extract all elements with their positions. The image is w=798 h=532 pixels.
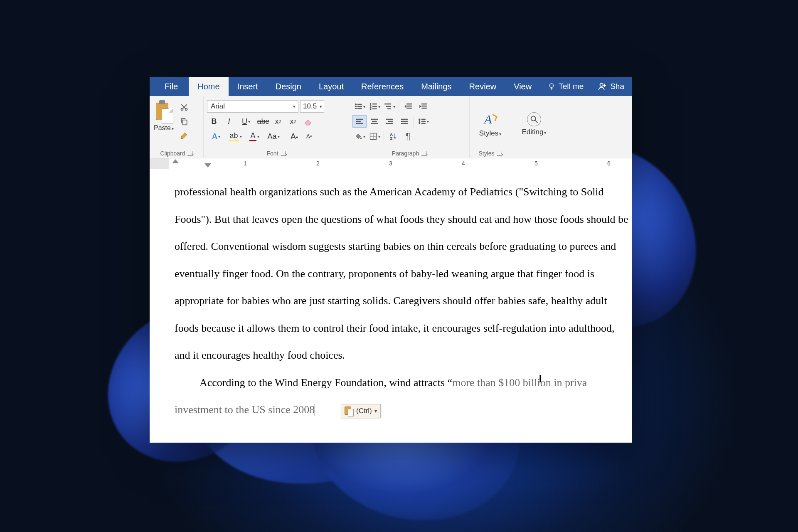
- show-hide-button[interactable]: ¶: [401, 130, 415, 143]
- svg-rect-40: [421, 123, 425, 124]
- underline-button[interactable]: U: [237, 115, 255, 128]
- multilevel-list-button[interactable]: [382, 100, 397, 113]
- find-icon: [527, 112, 541, 126]
- font-color-button[interactable]: A: [245, 130, 264, 143]
- svg-rect-25: [422, 108, 427, 108]
- text-effects-button[interactable]: A: [207, 130, 225, 143]
- format-painter-button[interactable]: [178, 129, 190, 142]
- tab-view[interactable]: View: [505, 77, 540, 96]
- hanging-indent-marker[interactable]: [204, 163, 211, 167]
- paint-bucket-icon: [354, 132, 362, 140]
- person-share-icon: [598, 82, 607, 91]
- borders-button[interactable]: [367, 130, 382, 143]
- tab-mailings[interactable]: Mailings: [412, 77, 460, 96]
- paragraph-launcher[interactable]: [421, 151, 426, 156]
- editing-label: Editing: [522, 128, 547, 136]
- svg-rect-29: [372, 119, 378, 120]
- justify-button[interactable]: [397, 115, 411, 128]
- strikethrough-button[interactable]: abc: [256, 115, 270, 128]
- superscript-button[interactable]: x2: [286, 115, 300, 128]
- first-line-indent-marker[interactable]: [172, 159, 179, 163]
- numbering-icon: 123: [369, 102, 377, 111]
- numbering-button[interactable]: 123: [367, 100, 382, 113]
- bold-button[interactable]: B: [207, 115, 221, 128]
- sort-icon: AZ: [389, 132, 397, 140]
- svg-rect-18: [386, 106, 391, 107]
- bullets-button[interactable]: [352, 100, 367, 113]
- decrease-indent-button[interactable]: [401, 100, 415, 113]
- tab-insert[interactable]: Insert: [229, 77, 267, 96]
- align-center-icon: [370, 117, 379, 126]
- document-paragraph-2[interactable]: According to the Wind Energy Foundation,…: [175, 369, 628, 424]
- tell-me[interactable]: Tell me: [540, 82, 591, 91]
- tab-design[interactable]: Design: [267, 77, 310, 96]
- shrink-font-button[interactable]: A▾: [302, 130, 316, 143]
- document-paragraph-1[interactable]: professional health organizations such a…: [175, 178, 628, 369]
- svg-rect-20: [407, 103, 412, 104]
- line-spacing-button[interactable]: [416, 115, 430, 128]
- ruler-tick-4: 4: [462, 160, 465, 167]
- ibeam-cursor-icon: I: [538, 372, 542, 385]
- font-name-value: Arial: [211, 102, 225, 111]
- line-spacing-icon: [418, 117, 426, 126]
- lightbulb-icon: [548, 83, 555, 90]
- ruler-tick-2: 2: [316, 160, 320, 167]
- justify-icon: [400, 117, 409, 126]
- increase-indent-button[interactable]: [416, 100, 430, 113]
- align-left-icon: [355, 117, 364, 126]
- svg-rect-8: [357, 106, 362, 107]
- svg-point-41: [360, 138, 362, 139]
- group-paragraph-label: Paragraph: [392, 150, 419, 157]
- vertical-ruler[interactable]: [150, 169, 162, 443]
- align-left-button[interactable]: [352, 115, 367, 128]
- cut-button[interactable]: [178, 101, 190, 113]
- paste-options-button[interactable]: (Ctrl) ▾: [341, 404, 381, 418]
- styles-button[interactable]: A Styles: [473, 99, 507, 150]
- tab-layout[interactable]: Layout: [310, 77, 352, 96]
- font-launcher[interactable]: [281, 151, 286, 156]
- outdent-icon: [404, 102, 412, 111]
- svg-point-7: [355, 106, 356, 107]
- paste-label[interactable]: Paste: [154, 124, 174, 132]
- svg-rect-30: [372, 121, 377, 122]
- highlight-button[interactable]: ab: [226, 130, 244, 143]
- styles-launcher[interactable]: [497, 151, 502, 156]
- sort-button[interactable]: AZ: [386, 130, 400, 143]
- para2-prefix: According to the Wind Energy Foundation,…: [200, 377, 452, 389]
- svg-point-0: [550, 84, 554, 87]
- ruler-tick-6: 6: [607, 160, 611, 167]
- svg-rect-17: [384, 103, 391, 104]
- clipboard-launcher[interactable]: [187, 151, 192, 156]
- group-clipboard: Paste Clipboard: [150, 96, 204, 158]
- share-label: Sha: [610, 82, 624, 91]
- shading-button[interactable]: [352, 130, 367, 143]
- svg-rect-27: [357, 121, 361, 122]
- align-right-button[interactable]: [382, 115, 397, 128]
- tab-home[interactable]: Home: [189, 77, 228, 96]
- font-name-combo[interactable]: Arial: [207, 100, 298, 113]
- svg-rect-33: [389, 121, 393, 122]
- copy-button[interactable]: [178, 115, 190, 128]
- change-case-button[interactable]: Aa: [264, 130, 283, 143]
- group-editing: Editing: [511, 96, 557, 158]
- grow-font-button[interactable]: A▴: [287, 130, 301, 143]
- tab-review[interactable]: Review: [461, 77, 505, 96]
- paste-options-icon: [345, 406, 354, 416]
- copy-icon: [180, 117, 188, 126]
- svg-rect-12: [372, 103, 377, 104]
- ruler-tick-3: 3: [389, 160, 392, 167]
- horizontal-ruler[interactable]: L 1 2 3 4 5 6: [150, 158, 632, 169]
- paste-button[interactable]: [154, 100, 173, 124]
- styles-icon: A: [482, 111, 498, 128]
- svg-rect-36: [401, 121, 408, 122]
- tab-file[interactable]: File: [154, 77, 189, 96]
- italic-button[interactable]: I: [222, 115, 236, 128]
- share-button[interactable]: Sha: [592, 82, 630, 91]
- clear-formatting-button[interactable]: [301, 115, 315, 128]
- align-center-button[interactable]: [367, 115, 382, 128]
- document-page[interactable]: professional health organizations such a…: [162, 169, 632, 443]
- tab-references[interactable]: References: [352, 77, 412, 96]
- editing-button[interactable]: Editing: [516, 99, 552, 150]
- subscript-button[interactable]: x2: [271, 115, 285, 128]
- font-size-combo[interactable]: 10.5: [300, 100, 324, 113]
